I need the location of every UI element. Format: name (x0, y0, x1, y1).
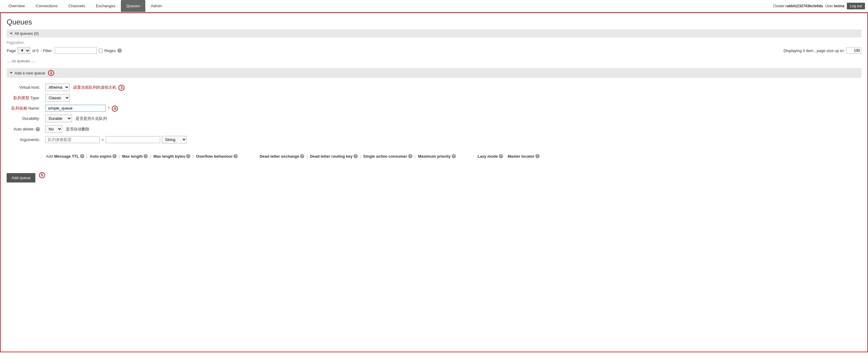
arg-link-dead-letter-routing-key[interactable]: Dead letter routing key (310, 153, 352, 160)
arguments-key-input[interactable] (45, 136, 100, 143)
top-right: Cluster rabbit@32743bcfe0da User heima L… (773, 3, 865, 9)
main-content: Queues All queues (0) Pagination Page ▼ … (0, 12, 868, 352)
equals-sign: = (101, 137, 104, 142)
single-active-consumer-help-icon[interactable]: ? (408, 154, 412, 158)
arg-link-auto-expire[interactable]: Auto expire (90, 153, 112, 160)
user-info: User heima (826, 4, 844, 8)
sep4: | (191, 153, 195, 160)
page-select[interactable]: ▼ (18, 47, 30, 54)
filter-label: - Filter: (40, 48, 53, 53)
name-input[interactable] (45, 105, 106, 112)
arg-link-max-length[interactable]: Max length (122, 153, 143, 160)
add-queue-section: Add a new queue 2 Virtual host: /itheima… (7, 68, 861, 183)
type-label: 队列类型 Type: (7, 92, 43, 103)
page-label: Page (7, 48, 16, 53)
arguments-label: Arguments: (7, 134, 43, 145)
all-queues-label: All queues (0) (14, 31, 39, 36)
regex-checkbox[interactable] (99, 49, 103, 53)
regex-help-icon[interactable]: ? (118, 48, 122, 53)
auto-delete-row: Auto delete: ? No Yes 是否自动删除 (7, 124, 189, 134)
arg-link-max-length-bytes[interactable]: Max length bytes (153, 153, 185, 160)
dead-letter-routing-key-help-icon[interactable]: ? (353, 154, 358, 158)
arg-link-dead-letter-exchange[interactable]: Dead letter exchange (259, 153, 299, 160)
page-size-info: Displaying 0 item , page size up to: (783, 48, 861, 54)
auto-delete-select[interactable]: No Yes (45, 125, 62, 133)
arg-link-overflow-behaviour[interactable]: Overflow behaviour (196, 153, 232, 160)
virtual-host-select[interactable]: /itheima (45, 84, 69, 91)
arguments-row: Arguments: = String Number Boolean (7, 134, 189, 145)
tab-connections[interactable]: Connections (30, 0, 63, 12)
filter-input[interactable] (55, 47, 97, 54)
arguments-type-select[interactable]: String Number Boolean (162, 136, 187, 143)
nav-tabs: Overview Connections Channels Exchanges … (3, 0, 167, 12)
annotation-3-badge: 3 (118, 85, 124, 91)
message-ttl-help-icon[interactable]: ? (80, 154, 84, 158)
lazy-mode-help-icon[interactable]: ? (499, 154, 503, 158)
type-select[interactable]: Classic Quorum (45, 94, 70, 102)
type-row: 队列类型 Type: Classic Quorum (7, 92, 189, 103)
durability-label: Durability: (7, 113, 43, 124)
sep3: | (149, 153, 152, 160)
arg-link-lazy-mode[interactable]: Lazy mode (478, 153, 498, 160)
auto-delete-help-icon[interactable]: ? (36, 127, 40, 131)
add-queue-form: Virtual host: /itheima 设置当前队列的虚拟主机 3 队列类… (7, 82, 189, 145)
pagination-label: Pagination (7, 40, 861, 45)
user-name: heima (834, 4, 844, 8)
auto-delete-annotation: 是否自动删除 (66, 127, 89, 131)
add-prefix: Add (46, 153, 53, 160)
max-length-bytes-help-icon[interactable]: ? (186, 154, 190, 158)
no-queues-text: … no queues … (7, 59, 861, 63)
sep1: | (86, 153, 89, 160)
arg-link-master-locator[interactable]: Master locator (507, 153, 534, 160)
tab-overview[interactable]: Overview (3, 0, 30, 12)
durability-row: Durability: Durable Transient 是否是持久化队列 (7, 113, 189, 124)
collapse-icon (10, 33, 13, 34)
sep5: | (305, 153, 309, 160)
virtual-host-label: Virtual host: (7, 82, 43, 92)
of-label: of 0 (32, 48, 39, 53)
annotation-4-badge: 4 (112, 106, 118, 112)
sep2: | (118, 153, 121, 160)
page-size-input[interactable] (846, 48, 861, 54)
sep6: | (359, 153, 362, 160)
arguments-inputs: = String Number Boolean (45, 136, 187, 143)
tab-channels[interactable]: Channels (63, 0, 90, 12)
add-queue-button[interactable]: Add queue (7, 173, 35, 183)
logout-button[interactable]: Log out (847, 3, 865, 9)
max-length-help-icon[interactable]: ? (144, 154, 148, 158)
overflow-behaviour-help-icon[interactable]: ? (234, 154, 238, 158)
durability-annotation: 是否是持久化队列 (75, 116, 107, 121)
add-queue-button-row: Add queue 5 (7, 168, 861, 183)
sep8 (504, 153, 506, 160)
tab-queues[interactable]: Queues (121, 0, 146, 12)
top-bar: Overview Connections Channels Exchanges … (0, 0, 868, 12)
name-row: 队列名称 Name: * 4 (7, 103, 189, 113)
durability-select[interactable]: Durable Transient (45, 115, 72, 122)
add-queue-collapse-icon (10, 72, 13, 74)
user-label: User (826, 4, 833, 8)
auto-expire-help-icon[interactable]: ? (113, 154, 117, 158)
arg-link-maximum-priority[interactable]: Maximum priority (418, 153, 451, 160)
name-label-red: 队列名称 (11, 106, 27, 110)
regex-label: Regex (104, 48, 116, 53)
cluster-label: Cluster (773, 4, 784, 8)
add-links-row: Add Message TTL ? | Auto expire ? | Max … (7, 149, 861, 163)
displaying-text: Displaying 0 item , page size up to: (783, 48, 844, 53)
maximum-priority-help-icon[interactable]: ? (452, 154, 456, 158)
arg-link-message-ttl[interactable]: Message TTL (54, 153, 79, 160)
add-queue-section-header[interactable]: Add a new queue 2 (7, 68, 861, 78)
tab-admin[interactable]: Admin (145, 0, 167, 12)
type-label-red: 队列类型 (13, 95, 29, 100)
master-locator-help-icon[interactable]: ? (535, 154, 539, 158)
arguments-val-input[interactable] (106, 136, 160, 143)
all-queues-section-header[interactable]: All queues (0) (7, 29, 861, 37)
name-label: 队列名称 Name: (7, 103, 43, 113)
tab-exchanges[interactable]: Exchanges (90, 0, 121, 12)
required-star: * (108, 106, 110, 110)
dead-letter-exchange-help-icon[interactable]: ? (300, 154, 304, 158)
virtual-host-annotation: 设置当前队列的虚拟主机 (73, 85, 116, 89)
virtual-host-row: Virtual host: /itheima 设置当前队列的虚拟主机 3 (7, 82, 189, 92)
add-queue-header-label: Add a new queue (14, 71, 45, 75)
arg-link-single-active-consumer[interactable]: Single active consumer (363, 153, 407, 160)
cluster-info: Cluster rabbit@32743bcfe0da (773, 4, 823, 8)
